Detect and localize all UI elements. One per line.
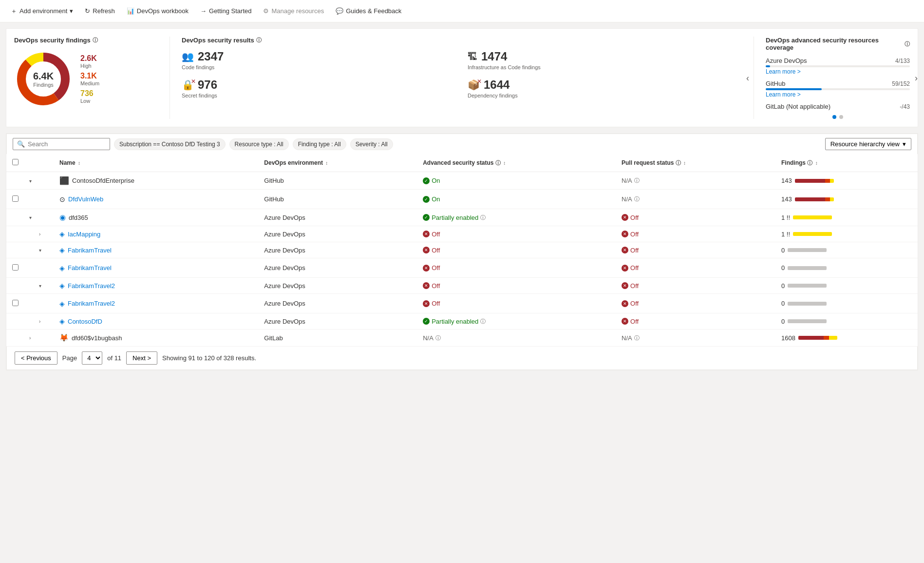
guides-feedback-button[interactable]: 💬 Guides & Feedback	[331, 5, 406, 17]
subscription-filter-chip[interactable]: Subscription == Contoso DfD Testing 3	[114, 138, 226, 150]
findings-cell: 0	[775, 258, 918, 278]
resource-type-filter-chip[interactable]: Resource type : All	[229, 138, 289, 150]
expand-collapse-button[interactable]: ›	[38, 231, 41, 238]
results-info-icon[interactable]: ⓘ	[256, 37, 262, 44]
bar-medium	[824, 336, 829, 340]
page-label: Page	[62, 354, 77, 362]
table-header-row: Name ↕ DevOps environment ↕ Advanced sec…	[6, 154, 918, 172]
pr-status-off: ✕ Off	[622, 264, 770, 272]
expand-cell: ›	[24, 226, 54, 242]
plus-icon: ＋	[11, 7, 17, 16]
expand-cell: ▾	[24, 172, 54, 190]
finding-type-filter-chip[interactable]: Finding type : All	[293, 138, 346, 150]
summary-card: DevOps security findings ⓘ	[6, 28, 918, 127]
findings-cell: 0	[775, 294, 918, 313]
findings-col-info-icon[interactable]: ⓘ	[807, 160, 812, 166]
bar-gray	[788, 284, 827, 288]
checkbox-cell	[6, 278, 24, 294]
dependency-findings: 📦✕ 1644 Dependency findings	[468, 78, 742, 98]
coverage-info-icon[interactable]: ⓘ	[905, 40, 910, 48]
resource-name-link[interactable]: FabrikamTravel2	[68, 282, 115, 290]
select-all-checkbox[interactable]	[12, 159, 19, 165]
security-status-cell: ✓ On	[417, 190, 616, 209]
table-row: ▾ ⬛ ContosoDfdEnterprise GitHub ✓ On N/A…	[6, 172, 918, 190]
expand-collapse-button[interactable]: ▾	[28, 177, 33, 185]
expand-cell	[24, 258, 54, 278]
resource-name-link[interactable]: ContosoDfD	[68, 318, 102, 325]
carousel-dots	[766, 115, 910, 119]
resource-name-link[interactable]: FabrikamTravel	[68, 264, 112, 272]
security-status-sort-icon[interactable]: ↕	[503, 160, 506, 166]
page-select[interactable]: 4	[82, 351, 102, 365]
resource-name-link[interactable]: FabrikamTravel2	[68, 300, 115, 307]
azure-devops-org-icon: ◉	[59, 213, 66, 222]
search-input[interactable]	[28, 140, 106, 148]
resource-name-link[interactable]: IacMapping	[68, 231, 100, 238]
table-row: ▾ ◉ dfd365 Azure DevOps ✓ Partially enab…	[6, 209, 918, 226]
gitlab-label: GitLab (Not applicable)	[766, 103, 830, 110]
severity-filter-chip[interactable]: Severity : All	[350, 138, 393, 150]
azure-repo-icon: ◈	[59, 264, 65, 272]
findings-cell: 143	[775, 190, 918, 209]
carousel-prev-button[interactable]: ‹	[746, 73, 749, 83]
expand-collapse-button[interactable]: ›	[38, 318, 41, 325]
getting-started-button[interactable]: → Getting Started	[195, 5, 256, 17]
name-sort-icon[interactable]: ↕	[78, 160, 80, 166]
refresh-button[interactable]: ↻ Refresh	[80, 5, 120, 17]
resource-name-link[interactable]: FabrikamTravel	[68, 247, 112, 254]
expand-collapse-button[interactable]: ›	[28, 334, 32, 342]
devops-env-cell: Azure DevOps	[258, 313, 417, 330]
security-status-info-icon[interactable]: ⓘ	[495, 160, 501, 166]
expand-cell: ▾	[24, 242, 54, 258]
findings-info-icon[interactable]: ⓘ	[93, 37, 98, 44]
checkbox-cell	[6, 209, 24, 226]
hierarchy-view-button[interactable]: Resource hierarchy view ▾	[825, 138, 911, 150]
bar-high	[795, 197, 826, 201]
expand-collapse-button[interactable]: ▾	[28, 214, 33, 221]
expand-collapse-button[interactable]: ▾	[38, 282, 42, 290]
row-checkbox[interactable]	[12, 300, 19, 306]
previous-button[interactable]: < Previous	[15, 351, 57, 365]
name-cell: ◈ FabrikamTravel ⋮	[54, 258, 258, 278]
code-icon: 👥	[182, 51, 194, 62]
pr-red-icon: ✕	[622, 231, 628, 237]
pr-status-cell: ✕ Off	[616, 258, 775, 278]
security-status-cell: ✕ Off	[417, 242, 616, 258]
gitlab-count: -/43	[900, 103, 910, 110]
filter-bar: 🔍 Subscription == Contoso DfD Testing 3 …	[6, 134, 918, 154]
pr-status-cell: ✕ Off	[616, 226, 775, 242]
azure-devops-bar	[766, 65, 910, 67]
table-row: ◈ FabrikamTravel2 ⋮ Azure DevOps ✕ Off ✕…	[6, 294, 918, 313]
carousel-next-button[interactable]: ›	[915, 73, 918, 83]
add-environment-button[interactable]: ＋ Add environment ▾	[6, 4, 78, 18]
findings-sort-icon[interactable]: ↕	[815, 160, 818, 166]
manage-resources-button[interactable]: ⚙ Manage resources	[258, 5, 329, 17]
expand-collapse-button[interactable]: ▾	[38, 247, 42, 254]
table-row: › ◈ IacMapping Azure DevOps ✕ Off ✕ Off …	[6, 226, 918, 242]
next-button[interactable]: Next >	[126, 351, 157, 365]
row-checkbox[interactable]	[12, 264, 19, 271]
red-dot-icon: ✕	[423, 265, 430, 272]
status-off: ✕ Off	[423, 264, 610, 272]
name-cell: ◈ ContosoDfD	[54, 313, 258, 330]
resource-name-link[interactable]: DfdVulnWeb	[68, 195, 103, 203]
search-box[interactable]: 🔍	[13, 138, 110, 150]
donut-chart: 6.4K Findings	[14, 50, 73, 108]
row-checkbox[interactable]	[12, 195, 19, 202]
devops-env-cell: Azure DevOps	[258, 242, 417, 258]
github-learn-link[interactable]: Learn more >	[766, 91, 910, 98]
devops-workbook-button[interactable]: 📊 DevOps workbook	[122, 5, 193, 17]
azure-devops-bar-fill	[766, 65, 770, 67]
pr-red-icon: ✕	[622, 318, 628, 325]
pr-status-info-icon[interactable]: ⓘ	[676, 160, 681, 166]
pr-status-cell: N/A ⓘ	[616, 190, 775, 209]
pr-status-na: N/A ⓘ	[622, 177, 770, 184]
pr-status-off: ✕ Off	[622, 231, 770, 238]
azure-devops-learn-link[interactable]: Learn more >	[766, 68, 910, 75]
pr-status-sort-icon[interactable]: ↕	[683, 160, 686, 166]
secrets-findings: 🔒✕ 976 Secret findings	[182, 78, 456, 98]
name-cell: 🦊 dfd60$v1bugbash	[54, 330, 258, 347]
next-label: Next >	[132, 354, 151, 362]
devops-env-sort-icon[interactable]: ↕	[325, 160, 328, 166]
red-dot-icon: ✕	[423, 282, 430, 289]
